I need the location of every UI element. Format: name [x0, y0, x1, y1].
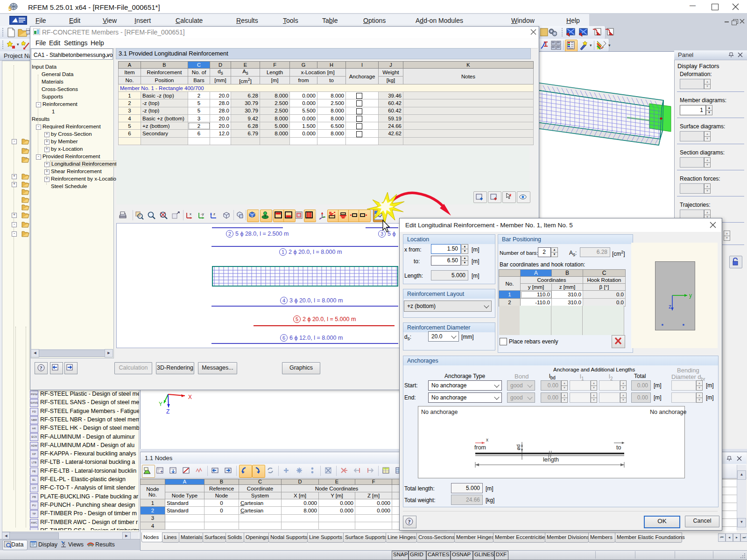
svg-text:Z: Z: [166, 408, 169, 415]
svg-text:from: from: [474, 444, 486, 451]
svg-text:+: +: [160, 469, 163, 474]
svg-text:-y: -y: [201, 212, 204, 216]
svg-text:5: 5: [8, 6, 12, 11]
svg-text:to: to: [616, 444, 621, 451]
svg-text:y: y: [689, 292, 692, 299]
svg-text:?: ?: [40, 365, 42, 371]
svg-text:length: length: [543, 456, 559, 463]
svg-text:z: z: [669, 303, 671, 310]
svg-text:X: X: [188, 394, 192, 400]
svg-text:x: x: [486, 437, 488, 442]
svg-text:Y: Y: [159, 401, 162, 407]
svg-text:z: z: [213, 212, 215, 216]
svg-text:x: x: [190, 212, 191, 216]
svg-text:?: ?: [408, 518, 411, 525]
svg-text:ød: ød: [515, 444, 521, 450]
